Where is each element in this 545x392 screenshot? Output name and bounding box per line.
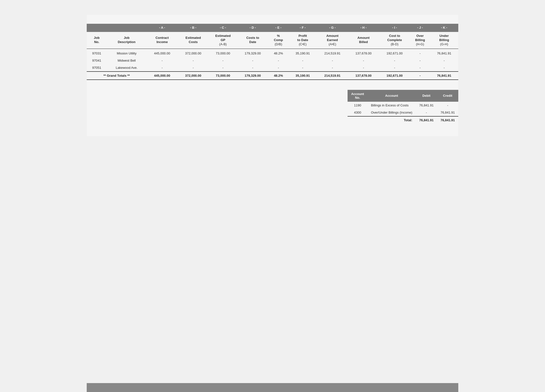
est-gp: - [209,57,237,64]
cost-to-complete: 192,671.00 [379,49,410,57]
col-letter-b: - B - [178,24,209,32]
contract-income: - [147,64,178,72]
gt-pct-comp: 48.2% [268,72,289,80]
col-letter-h: - H - [348,24,379,32]
account-total-row: Total: 76,841.91 76,841.91 [348,116,458,124]
acct-no: 4300 [348,109,367,116]
col-est-gp: EstimatedGP(A-B) [209,32,237,49]
acct-debit: 76,841.91 [416,102,437,109]
amount-earned: 214,519.91 [317,49,348,57]
account-table: AccountNo. Account Debit Credit 1190 Bil… [348,90,458,124]
col-cost-to-complete: Cost toComplete(B-D) [379,32,410,49]
col-letter-d: - D - [237,24,268,32]
amount-billed: 137,678.00 [348,49,379,57]
job-no: 97041 [87,57,107,64]
gt-over-billing: - [410,72,430,80]
col-amount-earned: AmountEarned(A•E) [317,32,348,49]
acct-no: 1190 [348,102,367,109]
amount-billed: - [348,64,379,72]
total-credit: 76,841.91 [437,116,458,124]
pct-comp: - [268,64,289,72]
gt-costs-to-date: 179,329.00 [237,72,268,80]
col-amount-billed: AmountBilled [348,32,379,49]
col-costs-to-date: Costs toDate [237,32,268,49]
col-letter-empty2 [107,24,147,32]
pct-comp: 48.2% [268,49,289,57]
wip-table-row: 97031 Mission Utility 445,000.00 372,000… [87,49,458,57]
col-job-desc: JobDescription [107,32,147,49]
footer-bar [87,383,458,392]
account-table-row: 1190 Billings in Excess of Costs 76,841.… [348,102,458,109]
col-acct-no-header: AccountNo. [348,90,367,102]
est-gp: 73,000.00 [209,49,237,57]
wip-table: - A - - B - - C - - D - - E - - F - - G … [87,24,458,80]
grand-total-row: ** Grand Totals ** 445,000.00 372,000.00… [87,72,458,80]
col-est-costs: EstimatedCosts [178,32,209,49]
cost-to-complete: - [379,64,410,72]
account-name: Billings in Excess of Costs [367,102,416,109]
grand-total-label: ** Grand Totals ** [87,72,147,80]
gt-contract-income: 445,000.00 [147,72,178,80]
total-empty [348,116,367,124]
profit-to-date: 35,190.91 [289,49,317,57]
gt-cost-to-complete: 192,671.00 [379,72,410,80]
column-names-row: JobNo. JobDescription ContractIncome Est… [87,32,458,49]
gt-amount-earned: 214,519.91 [317,72,348,80]
job-description: Midwest Bell [107,57,147,64]
col-letter-i: - I - [379,24,410,32]
under-billing: 76,841.91 [430,49,458,57]
col-letter-k: - K - [430,24,458,32]
contract-income: - [147,57,178,64]
amount-billed: - [348,57,379,64]
col-profit-to-date: Profitto Date(C•E) [289,32,317,49]
acct-credit: - [437,102,458,109]
total-label: Total: [367,116,416,124]
job-description: Mission Utility [107,49,147,57]
column-letters-row: - A - - B - - C - - D - - E - - F - - G … [87,24,458,32]
col-over-billing: OverBilling(H-G) [410,32,430,49]
wip-table-row: 97041 Midwest Bell - - - - - - - - - - - [87,57,458,64]
pct-comp: - [268,57,289,64]
costs-to-date: - [237,64,268,72]
col-letter-empty1 [87,24,107,32]
cost-to-complete: - [379,57,410,64]
gt-profit-to-date: 35,190.91 [289,72,317,80]
col-letter-c: - C - [209,24,237,32]
over-billing: - [410,49,430,57]
gt-est-costs: 372,000.00 [178,72,209,80]
account-section: AccountNo. Account Debit Credit 1190 Bil… [87,90,458,124]
profit-to-date: - [289,64,317,72]
col-job-no: JobNo. [87,32,107,49]
est-gp: - [209,64,237,72]
wip-table-row: 97051 Lakewood Ave. - - - - - - - - - - … [87,64,458,72]
col-letter-f: - F - [289,24,317,32]
col-letter-j: - J - [410,24,430,32]
acct-debit: - [416,109,437,116]
account-table-header: AccountNo. Account Debit Credit [348,90,458,102]
account-table-row: 4300 Over/Under Billings (Income) - 76,8… [348,109,458,116]
col-debit-header: Debit [416,90,437,102]
job-description: Lakewood Ave. [107,64,147,72]
col-letter-g: - G - [317,24,348,32]
col-letter-e: - E - [268,24,289,32]
col-under-billing: UnderBilling(G-H) [430,32,458,49]
amount-earned: - [317,57,348,64]
gt-under-billing: 76,841.91 [430,72,458,80]
over-billing: - [410,57,430,64]
col-account-header: Account [367,90,416,102]
contract-income: 445,000.00 [147,49,178,57]
col-contract-income: ContractIncome [147,32,178,49]
under-billing: - [430,64,458,72]
job-no: 97031 [87,49,107,57]
col-pct-comp: %Comp(D/B) [268,32,289,49]
est-costs: - [178,64,209,72]
col-credit-header: Credit [437,90,458,102]
est-costs: 372,000.00 [178,49,209,57]
profit-to-date: - [289,57,317,64]
account-name: Over/Under Billings (Income) [367,109,416,116]
acct-credit: 76,841.91 [437,109,458,116]
amount-earned: - [317,64,348,72]
costs-to-date: - [237,57,268,64]
gt-amount-billed: 137,678.00 [348,72,379,80]
col-letter-a: - A - [147,24,178,32]
